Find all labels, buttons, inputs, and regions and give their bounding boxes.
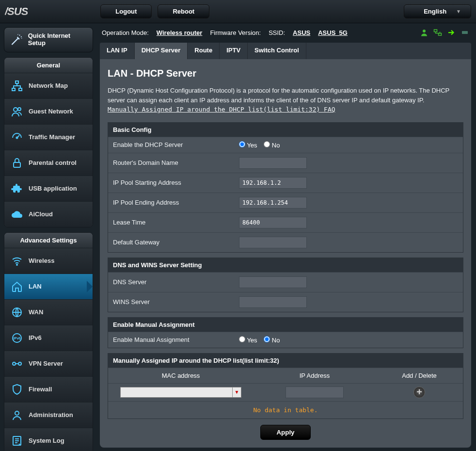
sidebar-item-administration[interactable]: Administration [4, 402, 93, 428]
top-bar: /SUS Logout Reboot English ▼ [0, 0, 476, 23]
radio-no[interactable] [264, 141, 270, 147]
sidebar-item-wireless[interactable]: Wireless [4, 248, 93, 274]
op-mode-label: Operation Mode: [102, 29, 149, 36]
sidebar-item-guest-network[interactable]: Guest Network [4, 98, 93, 124]
radio-yes[interactable] [239, 336, 245, 342]
mac-combo[interactable]: ▼ [120, 387, 241, 398]
svg-point-13 [15, 411, 19, 415]
ssid2[interactable]: ASUS_5G [318, 29, 348, 36]
sidebar-item-label: WAN [29, 308, 43, 316]
sidebar-item-lan[interactable]: LAN [4, 274, 93, 299]
faq-link[interactable]: Manually Assigned IP around the DHCP lis… [108, 106, 335, 113]
page-description: DHCP (Dynamic Host Configuration Protoco… [108, 86, 463, 114]
apply-button[interactable]: Apply [260, 425, 310, 440]
svg-point-12 [18, 362, 21, 365]
manual-no[interactable]: No [264, 337, 280, 344]
sidebar-item-label: LAN [29, 283, 42, 290]
pool-start-input[interactable] [239, 177, 307, 189]
sidebar-item-label: Network Map [29, 82, 68, 89]
qis-label: Quick Internet Setup [28, 32, 87, 47]
tab-route[interactable]: Route [188, 43, 220, 59]
svg-point-15 [423, 30, 426, 32]
sidebar-item-label: Administration [29, 411, 73, 419]
sidebar-item-system-log[interactable]: System Log [4, 428, 93, 451]
sidebar-item-usb-application[interactable]: USB application [4, 176, 93, 201]
svg-rect-6 [14, 162, 20, 167]
enable-dhcp-yes[interactable]: Yes [239, 142, 257, 149]
main-content: Operation Mode: Wireless router Firmware… [97, 23, 476, 451]
tab-dhcp-server[interactable]: DHCP Server [135, 43, 188, 59]
manual-ip-table: Manually Assigned IP around the DHCP lis… [108, 353, 463, 419]
language-label: English [424, 8, 446, 15]
add-button[interactable]: + [413, 387, 425, 398]
manual-label: Enable Manual Assignment [113, 336, 239, 343]
wifi-icon [11, 255, 23, 267]
op-mode-value[interactable]: Wireless router [157, 29, 203, 36]
lease-input[interactable] [239, 217, 307, 228]
sidebar-item-label: IPv6 [29, 334, 42, 341]
svg-rect-0 [16, 81, 18, 83]
desc-text: DHCP (Dynamic Host Configuration Protoco… [108, 87, 449, 104]
sidebar-item-aicloud[interactable]: AiCloud [4, 201, 93, 227]
menu-general: General Network Map Guest Network Traffi… [4, 57, 93, 227]
user-status-icon[interactable] [420, 28, 428, 37]
sidebar-item-firewall[interactable]: Firewall [4, 376, 93, 402]
sidebar-item-traffic-manager[interactable]: Traffic Manager [4, 124, 93, 150]
section-dns-wins: DNS and WINS Server Setting DNS Server W… [108, 258, 463, 312]
reboot-button[interactable]: Reboot [158, 4, 209, 18]
sidebar-item-label: AiCloud [29, 210, 53, 218]
sidebar-item-label: Guest Network [29, 108, 73, 115]
sidebar-item-ipv6[interactable]: IPv6IPv6 [4, 325, 93, 351]
usb-status-icon[interactable] [447, 28, 456, 37]
puzzle-icon [11, 183, 23, 194]
quick-internet-setup[interactable]: Quick Internet Setup [4, 27, 93, 52]
apply-row: Apply [108, 425, 463, 440]
wins-label: WINS Server [113, 298, 239, 306]
menu-advanced: Advanced Settings Wireless LAN WAN IPv6I… [4, 232, 93, 451]
asus-logo: /SUS [5, 5, 28, 18]
sidebar-item-network-map[interactable]: Network Map [4, 73, 93, 98]
plus-icon: + [416, 387, 422, 398]
wan-status-icon[interactable] [460, 28, 469, 37]
fw-label: Firmware Version: [210, 29, 261, 36]
sidebar-item-wan[interactable]: WAN [4, 299, 93, 325]
ssid-label: SSID: [269, 29, 285, 36]
sidebar-item-label: Firewall [29, 386, 52, 393]
ssid1[interactable]: ASUS [293, 29, 310, 36]
section-head: Enable Manual Assignment [108, 318, 463, 332]
svg-rect-2 [19, 88, 22, 91]
svg-rect-16 [434, 30, 437, 32]
tab-lan-ip[interactable]: LAN IP [100, 43, 135, 59]
col-mac: MAC address [108, 368, 254, 383]
radio-yes[interactable] [239, 141, 245, 147]
globe-icon [11, 306, 23, 318]
manual-yes[interactable]: Yes [239, 337, 257, 344]
section-head: DNS and WINS Server Setting [108, 258, 463, 272]
radio-no[interactable] [264, 336, 270, 342]
pool-end-input[interactable] [239, 197, 307, 209]
svg-point-11 [13, 362, 16, 365]
ipv6-icon: IPv6 [11, 332, 23, 344]
dropdown-icon[interactable]: ▼ [232, 387, 241, 397]
lan-status-icon[interactable] [433, 28, 442, 37]
svg-rect-18 [462, 31, 468, 34]
gateway-input[interactable] [239, 237, 307, 248]
network-icon [11, 80, 23, 92]
dns-input[interactable] [239, 276, 307, 288]
page-title: LAN - DHCP Server [108, 68, 463, 79]
tab-iptv[interactable]: IPTV [220, 43, 248, 59]
menu-head-general: General [4, 58, 93, 73]
domain-input[interactable] [239, 157, 307, 169]
logout-button[interactable]: Logout [100, 4, 152, 18]
ip-input[interactable] [286, 387, 344, 398]
wins-input[interactable] [239, 296, 307, 308]
enable-dhcp-label: Enable the DHCP Server [113, 141, 239, 148]
enable-dhcp-no[interactable]: No [264, 142, 280, 149]
vpn-icon [11, 358, 23, 370]
dns-label: DNS Server [113, 278, 239, 286]
sidebar-item-parental-control[interactable]: Parental control [4, 150, 93, 176]
sidebar-item-vpn-server[interactable]: VPN Server [4, 351, 93, 376]
tab-switch-control[interactable]: Switch Control [248, 43, 306, 59]
table-input-row: ▼ + [108, 383, 463, 401]
language-select[interactable]: English ▼ [404, 4, 471, 18]
